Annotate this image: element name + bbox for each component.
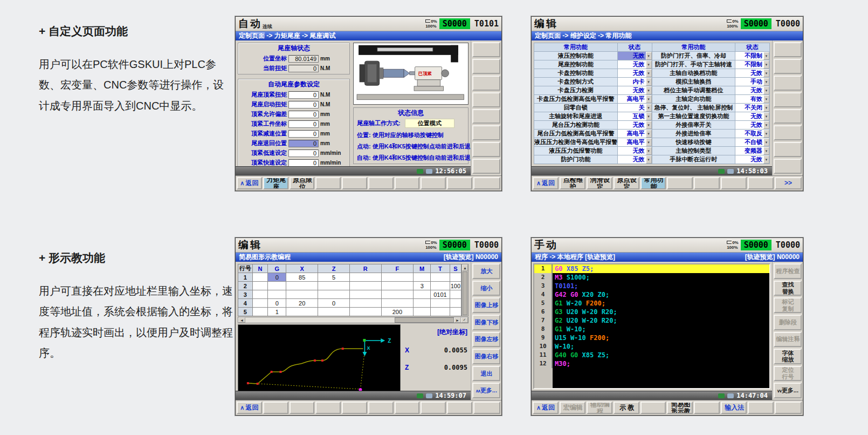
softkey[interactable]	[694, 177, 720, 189]
param-input[interactable]: 0	[288, 140, 319, 147]
cell-s[interactable]	[450, 299, 461, 308]
softkey[interactable]	[447, 402, 472, 414]
right-softkey[interactable]: 图像右移	[472, 349, 500, 364]
cell-s[interactable]	[450, 308, 461, 316]
dropdown-arrow-icon[interactable]: ▼	[763, 104, 769, 112]
softkey[interactable]: 力矩尾座	[263, 177, 288, 189]
function-status-dropdown[interactable]: 关▼	[617, 104, 652, 112]
dropdown-arrow-icon[interactable]: ▼	[763, 138, 769, 146]
right-softkey[interactable]	[472, 42, 500, 57]
function-status-dropdown[interactable]: 有效▼	[735, 95, 770, 104]
softkey[interactable]: 返回	[237, 177, 262, 189]
softkey[interactable]	[694, 402, 720, 414]
dropdown-arrow-icon[interactable]: ▼	[763, 121, 769, 129]
function-status-dropdown[interactable]: 无效▼	[735, 112, 770, 121]
function-status-dropdown[interactable]: 无效▼	[617, 52, 652, 60]
softkey-corner[interactable]	[473, 402, 500, 414]
program-line[interactable]: 9U15 W-10 F200;	[534, 334, 769, 342]
cell-g[interactable]: 1	[268, 308, 286, 316]
softkey[interactable]: 输入法	[721, 402, 747, 414]
right-softkey[interactable]	[472, 125, 500, 140]
softkey[interactable]: 宏编辑	[560, 402, 585, 414]
softkey-corner[interactable]	[473, 177, 500, 189]
function-status-dropdown[interactable]: 无效▼	[617, 155, 652, 164]
cell-z[interactable]	[318, 290, 350, 299]
program-line[interactable]: 8G1 W-10;	[534, 325, 769, 334]
softkey[interactable]	[748, 177, 774, 189]
function-status-dropdown[interactable]: 不限制▼	[735, 52, 770, 60]
cell-n[interactable]	[252, 290, 267, 299]
softkey[interactable]: 原点限位	[290, 177, 315, 189]
cell-f[interactable]	[381, 299, 414, 308]
softkey[interactable]: 原点设定	[614, 177, 639, 189]
function-status-dropdown[interactable]: 无效▼	[617, 121, 652, 130]
dropdown-arrow-icon[interactable]: ▼	[646, 52, 652, 60]
right-softkey[interactable]	[774, 142, 802, 157]
right-softkey[interactable]: 编辑注释	[774, 332, 802, 348]
function-status-dropdown[interactable]: 无效▼	[735, 69, 770, 78]
param-input[interactable]: 0	[288, 130, 319, 138]
cell-g[interactable]: 0	[268, 273, 286, 282]
right-softkey[interactable]: 查找 替换	[774, 281, 802, 296]
cell-n[interactable]	[252, 299, 267, 308]
cell-z[interactable]: 5	[318, 273, 350, 282]
dropdown-arrow-icon[interactable]: ▼	[763, 69, 769, 77]
softkey[interactable]	[315, 402, 341, 414]
function-status-dropdown[interactable]: 无效▼	[617, 60, 652, 69]
dropdown-arrow-icon[interactable]: ▼	[646, 86, 652, 94]
dropdown-arrow-icon[interactable]: ▼	[646, 60, 652, 69]
function-status-dropdown[interactable]: 高电平▼	[617, 130, 652, 138]
softkey[interactable]	[315, 177, 341, 189]
dropdown-arrow-icon[interactable]: ▼	[763, 95, 769, 103]
function-status-dropdown[interactable]: 不自锁▼	[735, 138, 770, 147]
softkey[interactable]: 常用功能	[640, 177, 666, 189]
cell-n[interactable]	[252, 308, 267, 316]
right-softkey[interactable]: 定位 行号	[774, 366, 802, 382]
function-status-dropdown[interactable]: 无效▼	[735, 121, 770, 130]
program-line[interactable]: 12M30;	[534, 359, 769, 368]
program-line[interactable]: 1G0 X85 Z5;	[534, 264, 769, 273]
softkey[interactable]: 示 教	[614, 402, 639, 414]
cell-s[interactable]	[450, 290, 461, 299]
softkey[interactable]	[342, 402, 367, 414]
dropdown-arrow-icon[interactable]: ▼	[763, 78, 769, 86]
dropdown-arrow-icon[interactable]: ▼	[646, 121, 652, 129]
right-softkey[interactable]: 更多...	[774, 383, 802, 398]
right-softkey[interactable]: 更多...	[472, 383, 500, 398]
right-softkey[interactable]	[774, 76, 802, 91]
cell-x[interactable]	[286, 308, 318, 316]
cell-x[interactable]	[286, 290, 318, 299]
param-input[interactable]: 0	[288, 91, 319, 99]
right-softkey[interactable]	[472, 76, 500, 91]
cell-z[interactable]: 0	[318, 299, 350, 308]
right-softkey[interactable]: 缩小	[472, 281, 500, 296]
softkey[interactable]	[368, 402, 394, 414]
cell-x[interactable]	[286, 282, 318, 290]
dropdown-arrow-icon[interactable]: ▼	[646, 112, 652, 120]
dropdown-arrow-icon[interactable]: ▼	[763, 147, 769, 155]
right-softkey[interactable]	[774, 59, 802, 74]
cell-t[interactable]: 0101	[431, 290, 450, 299]
program-editor[interactable]: 1G0 X85 Z5; 2M3 S1000; 3T0101; 4G42 G0 X…	[533, 263, 770, 389]
cell-s[interactable]	[450, 273, 461, 282]
dropdown-arrow-icon[interactable]: ▼	[646, 69, 652, 77]
cell-r[interactable]	[349, 290, 381, 299]
cell-z[interactable]	[318, 308, 350, 316]
softkey[interactable]	[667, 177, 693, 189]
param-input[interactable]: 0	[288, 120, 319, 128]
function-status-dropdown[interactable]: 无效▼	[735, 86, 770, 95]
dropdown-arrow-icon[interactable]: ▼	[646, 95, 652, 103]
position-value[interactable]: 80.0149	[288, 55, 319, 63]
cell-n[interactable]	[252, 282, 267, 290]
cell-g[interactable]	[268, 282, 286, 290]
softkey[interactable]	[447, 177, 472, 189]
program-line[interactable]: 11G40 G0 X85 Z5;	[534, 351, 769, 359]
function-status-dropdown[interactable]: 变频器▼	[735, 147, 770, 155]
cell-m[interactable]	[414, 273, 431, 282]
cell-f[interactable]	[381, 282, 414, 290]
function-status-dropdown[interactable]: 不取反▼	[735, 130, 770, 138]
torque-value[interactable]: 0	[288, 65, 319, 72]
dropdown-arrow-icon[interactable]: ▼	[646, 104, 652, 112]
horizontal-scrollbar[interactable]: ◄ ► ✓	[238, 317, 469, 323]
program-line[interactable]: 2M3 S1000;	[534, 273, 769, 282]
